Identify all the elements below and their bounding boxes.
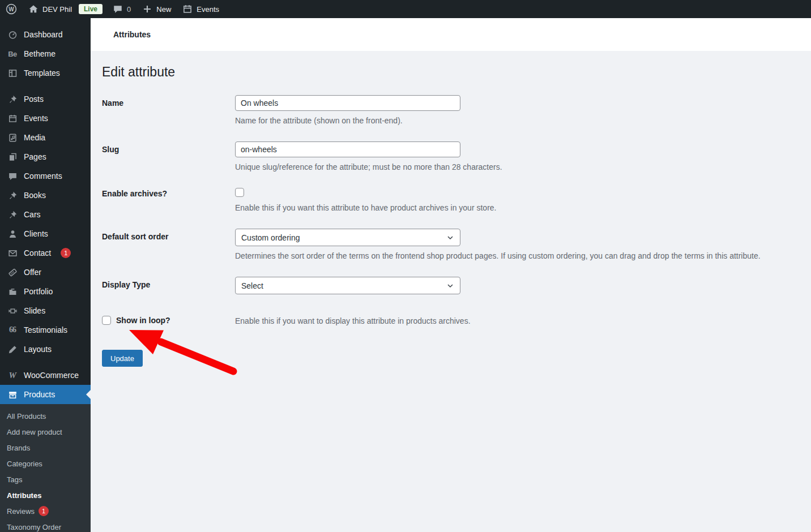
sidebar-item-cars[interactable]: Cars xyxy=(0,205,91,224)
update-button[interactable]: Update xyxy=(102,350,143,367)
admin-bar: W DEV Phil Live 0 New Events xyxy=(0,0,811,18)
sidebar-item-slides[interactable]: Slides xyxy=(0,301,91,320)
sidebar-item-label: Posts xyxy=(24,95,44,104)
enable-archives-label: Enable archives? xyxy=(102,189,167,198)
page-body: Edit attribute Name Name for the attribu… xyxy=(91,51,811,367)
submenu-item-tags[interactable]: Tags xyxy=(0,471,91,487)
sidebar-item-label: WooCommerce xyxy=(24,371,79,380)
page-header: Attributes xyxy=(91,18,811,51)
sidebar-item-betheme[interactable]: BeBetheme xyxy=(0,44,91,63)
site-name: DEV Phil xyxy=(42,5,72,14)
submenu-item-all-products[interactable]: All Products xyxy=(0,408,91,424)
sidebar-item-layouts[interactable]: Layouts xyxy=(0,340,91,359)
admin-sidebar: DashboardBeBethemeTemplatesPostsEventsMe… xyxy=(0,18,91,532)
calendar-icon xyxy=(182,4,193,14)
sidebar-item-clients[interactable]: Clients xyxy=(0,224,91,243)
comment-count: 0 xyxy=(127,5,131,14)
show-in-loop-checkbox[interactable] xyxy=(102,316,111,325)
submenu-item-label: Brands xyxy=(7,444,30,452)
sidebar-item-comments[interactable]: Comments xyxy=(0,166,91,186)
sidebar-item-contact[interactable]: Contact1 xyxy=(0,243,91,263)
sidebar-item-label: Events xyxy=(24,114,48,123)
enable-archives-checkbox[interactable] xyxy=(235,188,244,197)
sidebar-item-products[interactable]: Products xyxy=(0,385,91,404)
sidebar-item-portfolio[interactable]: Portfolio xyxy=(0,282,91,301)
submenu-item-label: Reviews xyxy=(7,507,35,516)
pin-icon xyxy=(7,209,18,220)
new-content-menu[interactable]: New xyxy=(136,0,177,18)
envelope-icon xyxy=(7,247,18,259)
submenu-item-label: All Products xyxy=(7,412,46,421)
sidebar-item-templates[interactable]: Templates xyxy=(0,63,91,83)
media-icon xyxy=(7,132,18,143)
display-type-value: Select xyxy=(241,281,263,290)
submenu-item-reviews[interactable]: Reviews1 xyxy=(0,503,91,519)
pencil-icon xyxy=(7,344,18,355)
chevron-down-icon xyxy=(446,281,455,290)
sidebar-item-pages[interactable]: Pages xyxy=(0,147,91,166)
submenu-item-brands[interactable]: Brands xyxy=(0,440,91,456)
submenu-item-attributes[interactable]: Attributes xyxy=(0,487,91,503)
sidebar-item-media[interactable]: Media xyxy=(0,128,91,147)
comment-icon xyxy=(7,170,18,182)
submenu-item-taxonomy-order[interactable]: Taxonomy Order xyxy=(0,519,91,532)
show-in-loop-label: Show in loop? xyxy=(116,316,170,325)
sidebar-item-label: Clients xyxy=(24,229,48,238)
pin-icon xyxy=(7,93,18,105)
name-description: Name for the attribute (shown on the fro… xyxy=(235,116,800,125)
sidebar-item-events[interactable]: Events xyxy=(0,109,91,128)
submenu-item-label: Taxonomy Order xyxy=(7,523,61,531)
submenu-item-categories[interactable]: Categories xyxy=(0,456,91,471)
sidebar-item-books[interactable]: Books xyxy=(0,186,91,205)
default-sort-order-description: Determines the sort order of the terms o… xyxy=(235,251,800,260)
dashboard-icon xyxy=(7,29,18,40)
wordpress-icon: W xyxy=(6,3,17,15)
sidebar-item-label: Portfolio xyxy=(24,287,53,296)
ticket-icon xyxy=(7,267,18,278)
content-area: Attributes Edit attribute Name Name for … xyxy=(91,0,811,532)
display-type-label: Display Type xyxy=(102,280,150,289)
pages-icon xyxy=(7,151,18,162)
sidebar-item-label: Offer xyxy=(24,268,41,277)
sidebar-item-label: Media xyxy=(24,133,45,142)
sidebar-item-label: Testimonials xyxy=(24,325,67,334)
woocommerce-icon: W xyxy=(7,370,18,381)
form-row-default-sort-order: Default sort order Custom ordering Deter… xyxy=(102,229,800,260)
sidebar-item-label: Contact xyxy=(24,248,51,258)
count-badge: 1 xyxy=(61,248,71,258)
sidebar-item-posts[interactable]: Posts xyxy=(0,89,91,109)
slug-input[interactable] xyxy=(235,141,460,157)
sidebar-item-label: Templates xyxy=(24,68,60,78)
display-type-select[interactable]: Select xyxy=(235,277,460,294)
sidebar-item-woocommerce[interactable]: WWooCommerce xyxy=(0,366,91,385)
form-row-slug: Slug Unique slug/reference for the attri… xyxy=(102,141,800,171)
sidebar-item-dashboard[interactable]: Dashboard xyxy=(0,25,91,44)
site-name-menu[interactable]: DEV Phil xyxy=(23,0,78,18)
name-input[interactable] xyxy=(235,95,460,111)
pin-icon xyxy=(7,190,18,201)
events-menu[interactable]: Events xyxy=(177,0,225,18)
sidebar-item-offer[interactable]: Offer xyxy=(0,263,91,282)
menu-separator xyxy=(0,359,91,366)
events-label: Events xyxy=(197,5,219,14)
form-row-show-in-loop: Show in loop? Enable this if you want to… xyxy=(102,316,800,325)
default-sort-order-select[interactable]: Custom ordering xyxy=(235,229,460,246)
sidebar-item-label: Layouts xyxy=(24,345,52,354)
menu-separator xyxy=(0,83,91,89)
products-submenu: All ProductsAdd new productBrandsCategor… xyxy=(0,404,91,532)
form-row-display-type: Display Type Select xyxy=(102,277,800,294)
portfolio-icon xyxy=(7,286,18,297)
new-label: New xyxy=(156,5,171,14)
name-label: Name xyxy=(102,98,123,108)
chevron-down-icon xyxy=(446,233,455,242)
form-row-enable-archives: Enable archives? Enable this if you want… xyxy=(102,188,800,212)
submenu-item-label: Tags xyxy=(7,475,22,484)
sidebar-item-testimonials[interactable]: 66Testimonials xyxy=(0,320,91,340)
templates-icon xyxy=(7,67,18,79)
wordpress-logo-menu[interactable]: W xyxy=(0,0,23,18)
submenu-item-add-new-product[interactable]: Add new product xyxy=(0,424,91,440)
quote-icon: 66 xyxy=(7,324,18,336)
default-sort-order-value: Custom ordering xyxy=(241,233,300,242)
comments-menu[interactable]: 0 xyxy=(107,0,136,18)
count-badge: 1 xyxy=(39,506,49,516)
